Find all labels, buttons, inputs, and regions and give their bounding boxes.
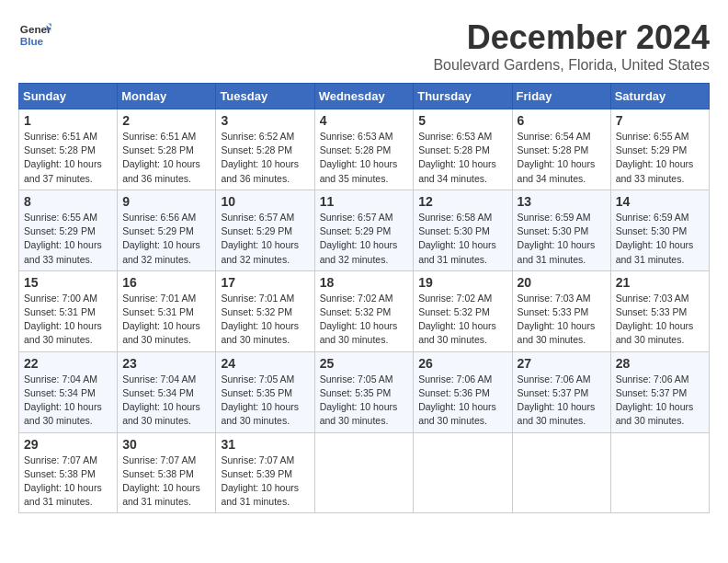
calendar-cell: 1Sunrise: 6:51 AMSunset: 5:28 PMDaylight…	[19, 109, 118, 190]
calendar-cell: 9Sunrise: 6:56 AMSunset: 5:29 PMDaylight…	[118, 190, 216, 270]
calendar-cell: 31Sunrise: 7:07 AMSunset: 5:39 PMDayligh…	[216, 432, 314, 513]
calendar-cell: 8Sunrise: 6:55 AMSunset: 5:29 PMDaylight…	[19, 190, 118, 270]
calendar-cell: 17Sunrise: 7:01 AMSunset: 5:32 PMDayligh…	[216, 270, 314, 351]
calendar-cell: 29Sunrise: 7:07 AMSunset: 5:38 PMDayligh…	[19, 432, 118, 513]
day-info: Sunrise: 6:52 AMSunset: 5:28 PMDaylight:…	[221, 130, 309, 186]
day-info: Sunrise: 6:55 AMSunset: 5:29 PMDaylight:…	[24, 211, 112, 267]
calendar-cell	[512, 432, 610, 513]
day-header-sunday: Sunday	[19, 84, 118, 109]
day-number: 2	[122, 113, 210, 128]
day-info: Sunrise: 7:07 AMSunset: 5:38 PMDaylight:…	[122, 454, 210, 510]
calendar-cell: 15Sunrise: 7:00 AMSunset: 5:31 PMDayligh…	[19, 270, 118, 351]
day-number: 31	[221, 437, 309, 452]
day-info: Sunrise: 6:58 AMSunset: 5:30 PMDaylight:…	[418, 211, 506, 267]
day-number: 3	[221, 113, 309, 128]
day-info: Sunrise: 6:51 AMSunset: 5:28 PMDaylight:…	[122, 130, 210, 186]
calendar-cell: 26Sunrise: 7:06 AMSunset: 5:36 PMDayligh…	[414, 351, 512, 432]
day-info: Sunrise: 6:51 AMSunset: 5:28 PMDaylight:…	[24, 130, 112, 186]
day-number: 23	[122, 356, 210, 371]
calendar-cell: 5Sunrise: 6:53 AMSunset: 5:28 PMDaylight…	[414, 109, 512, 190]
day-header-monday: Monday	[118, 84, 216, 109]
calendar-cell: 4Sunrise: 6:53 AMSunset: 5:28 PMDaylight…	[314, 109, 414, 190]
day-info: Sunrise: 7:05 AMSunset: 5:35 PMDaylight:…	[320, 373, 409, 429]
title-block: December 2024 Boulevard Gardens, Florida…	[433, 18, 710, 74]
day-info: Sunrise: 7:07 AMSunset: 5:39 PMDaylight:…	[221, 454, 309, 510]
calendar-cell: 19Sunrise: 7:02 AMSunset: 5:32 PMDayligh…	[414, 270, 512, 351]
calendar-week-3: 15Sunrise: 7:00 AMSunset: 5:31 PMDayligh…	[19, 270, 710, 351]
calendar-cell	[314, 432, 414, 513]
day-number: 10	[221, 194, 309, 209]
day-info: Sunrise: 6:59 AMSunset: 5:30 PMDaylight:…	[518, 211, 606, 267]
day-header-thursday: Thursday	[414, 84, 512, 109]
day-header-friday: Friday	[512, 84, 610, 109]
day-info: Sunrise: 7:00 AMSunset: 5:31 PMDaylight:…	[24, 292, 112, 348]
day-number: 26	[418, 356, 506, 371]
day-number: 11	[320, 194, 409, 209]
calendar-cell: 22Sunrise: 7:04 AMSunset: 5:34 PMDayligh…	[19, 351, 118, 432]
day-number: 9	[122, 194, 210, 209]
day-number: 4	[320, 113, 409, 128]
calendar-cell: 27Sunrise: 7:06 AMSunset: 5:37 PMDayligh…	[512, 351, 610, 432]
day-info: Sunrise: 6:53 AMSunset: 5:28 PMDaylight:…	[418, 130, 506, 186]
day-info: Sunrise: 7:07 AMSunset: 5:38 PMDaylight:…	[24, 454, 112, 510]
calendar-cell: 11Sunrise: 6:57 AMSunset: 5:29 PMDayligh…	[314, 190, 414, 270]
calendar-cell: 28Sunrise: 7:06 AMSunset: 5:37 PMDayligh…	[610, 351, 709, 432]
calendar-week-1: 1Sunrise: 6:51 AMSunset: 5:28 PMDaylight…	[19, 109, 710, 190]
day-info: Sunrise: 7:04 AMSunset: 5:34 PMDaylight:…	[122, 373, 210, 429]
calendar-cell: 10Sunrise: 6:57 AMSunset: 5:29 PMDayligh…	[216, 190, 314, 270]
calendar-header-row: SundayMondayTuesdayWednesdayThursdayFrid…	[19, 84, 710, 109]
day-number: 24	[221, 356, 309, 371]
generalblue-icon: General Blue	[18, 18, 51, 52]
day-number: 19	[418, 275, 506, 290]
calendar-cell: 24Sunrise: 7:05 AMSunset: 5:35 PMDayligh…	[216, 351, 314, 432]
calendar-week-4: 22Sunrise: 7:04 AMSunset: 5:34 PMDayligh…	[19, 351, 710, 432]
calendar-cell	[610, 432, 709, 513]
day-number: 29	[24, 437, 112, 452]
day-number: 16	[122, 275, 210, 290]
calendar-cell: 20Sunrise: 7:03 AMSunset: 5:33 PMDayligh…	[512, 270, 610, 351]
day-info: Sunrise: 6:54 AMSunset: 5:28 PMDaylight:…	[518, 130, 606, 186]
day-info: Sunrise: 6:56 AMSunset: 5:29 PMDaylight:…	[122, 211, 210, 267]
day-number: 25	[320, 356, 409, 371]
day-number: 21	[616, 275, 704, 290]
day-header-tuesday: Tuesday	[216, 84, 314, 109]
calendar-cell: 25Sunrise: 7:05 AMSunset: 5:35 PMDayligh…	[314, 351, 414, 432]
day-number: 12	[418, 194, 506, 209]
day-info: Sunrise: 7:01 AMSunset: 5:31 PMDaylight:…	[122, 292, 210, 348]
day-number: 28	[616, 356, 704, 371]
day-info: Sunrise: 7:06 AMSunset: 5:37 PMDaylight:…	[518, 373, 606, 429]
day-number: 18	[320, 275, 409, 290]
calendar-cell: 21Sunrise: 7:03 AMSunset: 5:33 PMDayligh…	[610, 270, 709, 351]
calendar-cell	[414, 432, 512, 513]
calendar-cell: 7Sunrise: 6:55 AMSunset: 5:29 PMDaylight…	[610, 109, 709, 190]
calendar-cell: 14Sunrise: 6:59 AMSunset: 5:30 PMDayligh…	[610, 190, 709, 270]
calendar-cell: 18Sunrise: 7:02 AMSunset: 5:32 PMDayligh…	[314, 270, 414, 351]
day-header-wednesday: Wednesday	[314, 84, 414, 109]
calendar-cell: 23Sunrise: 7:04 AMSunset: 5:34 PMDayligh…	[118, 351, 216, 432]
day-info: Sunrise: 7:01 AMSunset: 5:32 PMDaylight:…	[221, 292, 309, 348]
month-title: December 2024	[433, 18, 710, 57]
calendar-table: SundayMondayTuesdayWednesdayThursdayFrid…	[18, 83, 710, 513]
day-info: Sunrise: 6:57 AMSunset: 5:29 PMDaylight:…	[320, 211, 409, 267]
day-info: Sunrise: 7:06 AMSunset: 5:37 PMDaylight:…	[616, 373, 704, 429]
day-info: Sunrise: 6:57 AMSunset: 5:29 PMDaylight:…	[221, 211, 309, 267]
day-info: Sunrise: 7:05 AMSunset: 5:35 PMDaylight:…	[221, 373, 309, 429]
day-info: Sunrise: 7:02 AMSunset: 5:32 PMDaylight:…	[418, 292, 506, 348]
day-number: 13	[518, 194, 606, 209]
day-info: Sunrise: 6:55 AMSunset: 5:29 PMDaylight:…	[616, 130, 704, 186]
day-number: 1	[24, 113, 112, 128]
day-info: Sunrise: 6:53 AMSunset: 5:28 PMDaylight:…	[320, 130, 409, 186]
day-number: 30	[122, 437, 210, 452]
day-number: 15	[24, 275, 112, 290]
day-header-saturday: Saturday	[610, 84, 709, 109]
calendar-cell: 16Sunrise: 7:01 AMSunset: 5:31 PMDayligh…	[118, 270, 216, 351]
day-info: Sunrise: 7:04 AMSunset: 5:34 PMDaylight:…	[24, 373, 112, 429]
day-info: Sunrise: 7:03 AMSunset: 5:33 PMDaylight:…	[616, 292, 704, 348]
calendar-cell: 12Sunrise: 6:58 AMSunset: 5:30 PMDayligh…	[414, 190, 512, 270]
day-info: Sunrise: 7:02 AMSunset: 5:32 PMDaylight:…	[320, 292, 409, 348]
calendar-week-5: 29Sunrise: 7:07 AMSunset: 5:38 PMDayligh…	[19, 432, 710, 513]
logo: General Blue	[18, 18, 51, 52]
day-number: 6	[518, 113, 606, 128]
day-info: Sunrise: 7:03 AMSunset: 5:33 PMDaylight:…	[518, 292, 606, 348]
day-number: 22	[24, 356, 112, 371]
